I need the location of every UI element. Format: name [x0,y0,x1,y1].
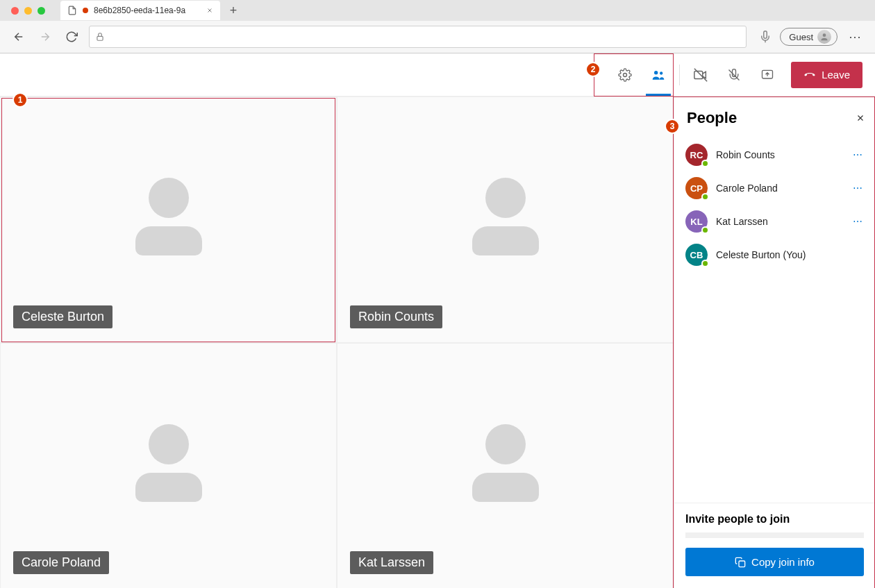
presence-icon [701,260,709,267]
toolbar-group-media [684,53,784,96]
new-tab-button[interactable]: + [224,1,242,19]
toolbar-group-settings [608,53,675,96]
callout-badge-3: 3 [665,119,680,134]
svg-point-3 [624,73,627,76]
callout-badge-2: 2 [585,62,601,77]
video-grid: 1 Celeste Burton Robin Counts Carole Pol… [0,96,674,588]
people-icon [651,68,665,82]
list-item[interactable]: KL Kat Larssen ⋯ [681,205,868,238]
reload-icon [65,31,78,43]
reload-button[interactable] [62,28,81,46]
recording-icon [83,8,88,13]
person-name: Robin Counts [716,149,844,160]
gear-icon [618,68,632,82]
svg-point-2 [823,33,826,37]
participant-name: Robin Counts [350,305,442,328]
browser-chrome: 8e6b2850-eeda-11ea-9a + Guest ⋯ [0,0,875,53]
avatar-placeholder-icon [467,178,544,261]
close-icon [856,113,865,123]
browser-tab[interactable]: 8e6b2850-eeda-11ea-9a [60,1,220,20]
avatar-placeholder-icon [131,178,207,261]
svg-point-4 [654,71,658,74]
person-more-button[interactable]: ⋯ [853,183,864,194]
leave-label: Leave [822,69,850,81]
person-more-button[interactable]: ⋯ [853,149,864,160]
mic-button[interactable] [717,53,751,96]
svg-rect-10 [739,561,745,567]
window-close[interactable] [11,7,19,15]
mic-off-icon [727,68,741,82]
svg-rect-0 [97,36,103,40]
svg-point-5 [660,72,662,74]
list-item[interactable]: RC Robin Counts ⋯ [681,138,868,171]
browser-menu-button[interactable]: ⋯ [846,29,865,44]
avatar-icon [817,30,831,44]
arrow-right-icon [39,31,51,43]
arrow-left-icon [12,31,25,43]
people-panel: 3 People RC Robin Counts ⋯ CP Carole Pol… [674,96,875,588]
copy-join-info-button[interactable]: Copy join info [685,548,864,576]
participant-name: Celeste Burton [13,305,112,328]
tab-bar: 8e6b2850-eeda-11ea-9a + [0,0,875,21]
close-icon[interactable] [206,7,213,14]
person-name: Carole Poland [716,183,844,194]
hangup-icon [803,69,816,81]
avatar: KL [685,210,708,233]
person-name: Celeste Burton (You) [716,249,864,260]
video-tile[interactable]: Robin Counts [337,96,674,343]
list-item[interactable]: CB Celeste Burton (You) [681,238,868,271]
avatar: RC [685,144,708,166]
tab-title: 8e6b2850-eeda-11ea-9a [94,6,185,15]
share-button[interactable] [751,53,784,96]
main-area: 1 Celeste Burton Robin Counts Carole Pol… [0,96,875,588]
presence-icon [701,226,709,234]
avatar: CP [685,177,708,199]
callout-badge-1: 1 [12,92,28,108]
window-maximize[interactable] [38,7,45,15]
guest-label: Guest [789,32,813,42]
window-minimize[interactable] [24,7,32,15]
address-bar[interactable] [89,26,747,48]
microphone-icon[interactable] [759,31,772,43]
lock-icon [95,32,105,42]
panel-header: People [674,96,875,135]
video-tile[interactable]: Kat Larssen [337,343,674,589]
share-screen-icon [760,68,774,82]
back-button[interactable] [10,28,28,46]
people-list: RC Robin Counts ⋯ CP Carole Poland ⋯ KL … [674,135,875,503]
meeting-toolbar: 2 Leave [0,53,875,96]
leave-button[interactable]: Leave [791,62,862,88]
invite-title: Invite people to join [685,513,864,526]
video-tile[interactable]: Celeste Burton [0,96,337,343]
list-item[interactable]: CP Carole Poland ⋯ [681,171,868,205]
svg-line-7 [694,68,707,81]
copy-icon [735,557,746,568]
forward-button[interactable] [36,28,54,46]
panel-title: People [687,109,737,127]
profile-button[interactable]: Guest [780,28,838,46]
avatar-placeholder-icon [131,424,207,507]
avatar: CB [685,244,708,266]
avatar-placeholder-icon [467,424,544,507]
video-tile[interactable]: Carole Poland [0,343,337,589]
people-button[interactable] [642,53,675,96]
participant-name: Carole Poland [13,551,109,574]
nav-bar: Guest ⋯ [0,21,875,53]
person-name: Kat Larssen [716,216,844,227]
document-icon [67,6,77,15]
presence-icon [701,160,709,167]
invite-progress [685,532,864,538]
participant-name: Kat Larssen [350,551,433,574]
close-panel-button[interactable] [856,113,865,123]
window-controls [6,7,51,15]
person-more-button[interactable]: ⋯ [853,216,864,227]
presence-icon [701,193,709,201]
camera-button[interactable] [684,53,717,96]
settings-button[interactable] [608,53,642,96]
toolbar-divider [679,65,680,85]
camera-off-icon [693,67,708,83]
invite-section: Invite people to join Copy join info [674,503,875,588]
copy-label: Copy join info [751,556,815,568]
